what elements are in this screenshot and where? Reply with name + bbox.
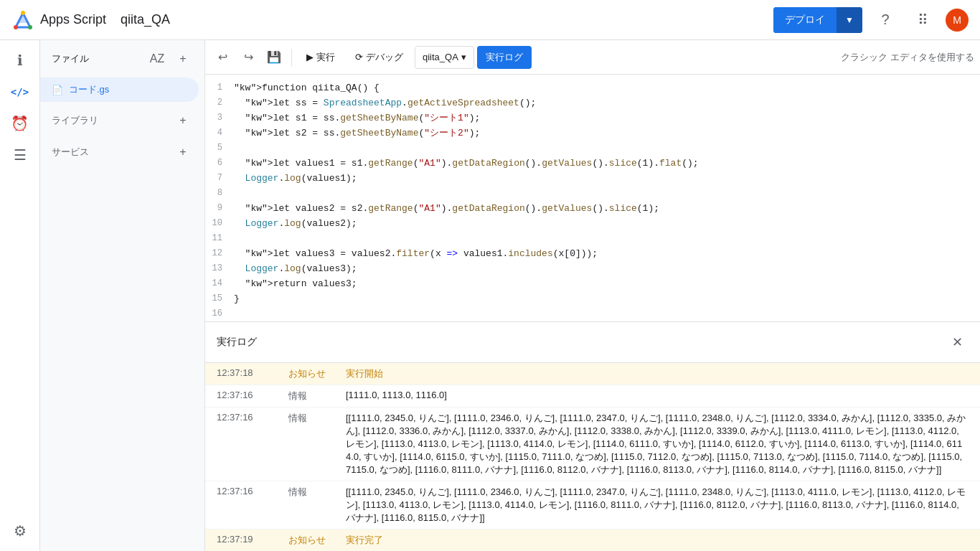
function-name: qiita_QA bbox=[423, 52, 458, 62]
log-table: 12:37:18お知らせ実行開始12:37:16情報[1111.0, 1113.… bbox=[205, 363, 980, 551]
line-number: 4 bbox=[205, 126, 234, 141]
svg-point-4 bbox=[28, 25, 32, 29]
line-content: Logger.log(values2); bbox=[234, 216, 980, 231]
sort-icon: AZ bbox=[150, 52, 164, 65]
file-panel: ファイル AZ + 📄 コード.gs ライブラリ + サービス + bbox=[40, 40, 205, 551]
code-line: 10 Logger.log(values2); bbox=[205, 216, 980, 231]
main-layout: ℹ </> ⏰ ☰ ⚙ ファイル AZ + 📄 コード.gs bbox=[0, 40, 980, 551]
line-content: "kw">let ss = SpreadsheetApp.getActiveSp… bbox=[234, 95, 980, 110]
redo-button[interactable]: ↪ bbox=[237, 46, 260, 69]
log-level: お知らせ bbox=[288, 534, 346, 547]
log-message: 実行開始 bbox=[346, 367, 969, 380]
add-icon: + bbox=[179, 52, 186, 65]
code-line: 2 "kw">let ss = SpreadsheetApp.getActive… bbox=[205, 95, 980, 110]
sidebar-settings-button[interactable]: ⚙ bbox=[6, 517, 34, 545]
line-number: 16 bbox=[205, 306, 234, 321]
line-number: 14 bbox=[205, 276, 234, 291]
debug-icon: ⟳ bbox=[355, 52, 363, 62]
sidebar-overview-button[interactable]: ℹ bbox=[6, 46, 34, 75]
log-message: 実行完了 bbox=[346, 534, 969, 547]
add-library-icon: + bbox=[179, 114, 186, 127]
overview-icon: ℹ bbox=[17, 52, 23, 69]
code-line: 9 "kw">let values2 = s2.getRange("A1").g… bbox=[205, 201, 980, 216]
log-row: 12:37:16情報[[1111.0, 2345.0, りんご], [1111.… bbox=[205, 408, 980, 481]
app-title: Apps Script bbox=[40, 12, 106, 27]
code-line: 6 "kw">let values1 = s1.getRange("A1").g… bbox=[205, 156, 980, 171]
sidebar-executions-button[interactable]: ☰ bbox=[6, 141, 34, 169]
log-level: 情報 bbox=[288, 390, 346, 402]
services-section-header: サービス + bbox=[40, 133, 204, 165]
help-button[interactable]: ? bbox=[871, 6, 900, 34]
apps-button[interactable]: ⠿ bbox=[908, 6, 937, 34]
line-content: "kw">function qiita_QA() { bbox=[234, 80, 980, 95]
log-time: 12:37:16 bbox=[217, 390, 288, 400]
log-time: 12:37:19 bbox=[217, 534, 288, 545]
line-number: 10 bbox=[205, 216, 234, 231]
log-message: [[1111.0, 2345.0, りんご], [1111.0, 2346.0,… bbox=[346, 412, 969, 476]
save-icon: 💾 bbox=[267, 50, 281, 64]
code-editor[interactable]: 1"kw">function qiita_QA() {2 "kw">let ss… bbox=[205, 75, 980, 321]
deploy-dropdown-button[interactable]: ▼ bbox=[837, 7, 862, 33]
help-icon: ? bbox=[881, 11, 889, 28]
sidebar-triggers-button[interactable]: ⏰ bbox=[6, 109, 34, 138]
classic-editor-link[interactable]: クラシック エディタを使用する bbox=[841, 51, 974, 64]
services-label: サービス bbox=[52, 146, 167, 159]
line-number: 9 bbox=[205, 201, 234, 216]
log-time: 12:37:16 bbox=[217, 412, 288, 423]
line-number: 5 bbox=[205, 141, 234, 156]
line-content: "kw">let values2 = s2.getRange("A1").get… bbox=[234, 201, 980, 216]
code-line: 3 "kw">let s1 = ss.getSheetByName("シート1"… bbox=[205, 110, 980, 126]
libraries-label: ライブラリ bbox=[52, 114, 167, 127]
save-button[interactable]: 💾 bbox=[263, 46, 286, 69]
code-line: 8 bbox=[205, 186, 980, 201]
log-level: 情報 bbox=[288, 486, 346, 499]
exec-log-close-button[interactable]: ✕ bbox=[946, 331, 969, 354]
chevron-down-icon: ▾ bbox=[461, 52, 466, 62]
line-content: Logger.log(values3); bbox=[234, 261, 980, 276]
file-icon: 📄 bbox=[52, 85, 63, 95]
code-line: 13 Logger.log(values3); bbox=[205, 261, 980, 276]
log-row: 12:37:19お知らせ実行完了 bbox=[205, 529, 980, 551]
exec-log-header: 実行ログ ✕ bbox=[205, 322, 980, 363]
debug-button[interactable]: ⟳ デバッグ bbox=[347, 46, 412, 69]
logo: Apps Script bbox=[11, 9, 106, 32]
apps-icon: ⠿ bbox=[918, 11, 928, 29]
files-label: ファイル bbox=[52, 52, 141, 65]
line-number: 12 bbox=[205, 246, 234, 261]
run-button[interactable]: ▶ 実行 bbox=[298, 46, 344, 69]
deploy-main-button[interactable]: デプロイ bbox=[773, 7, 837, 33]
function-selector[interactable]: qiita_QA ▾ bbox=[415, 46, 474, 69]
line-content: } bbox=[234, 291, 980, 306]
undo-button[interactable]: ↩ bbox=[211, 46, 234, 69]
log-row: 12:37:16情報[[1111.0, 2345.0, りんご], [1111.… bbox=[205, 481, 980, 529]
line-content: "kw">let values1 = s1.getRange("A1").get… bbox=[234, 156, 980, 171]
triggers-icon: ⏰ bbox=[11, 115, 29, 132]
log-level: お知らせ bbox=[288, 367, 346, 380]
file-item-code-gs[interactable]: 📄 コード.gs bbox=[40, 77, 199, 102]
google-apps-script-logo bbox=[11, 9, 34, 32]
sidebar-editor-button[interactable]: </> bbox=[6, 77, 34, 106]
line-number: 7 bbox=[205, 171, 234, 186]
line-number: 6 bbox=[205, 156, 234, 171]
deploy-button[interactable]: デプロイ ▼ bbox=[773, 7, 862, 33]
add-file-button[interactable]: + bbox=[173, 49, 193, 69]
code-line: 16 bbox=[205, 306, 980, 321]
line-number: 11 bbox=[205, 231, 234, 246]
log-message: [[1111.0, 2345.0, りんご], [1111.0, 2346.0,… bbox=[346, 486, 969, 524]
line-content: "kw">let s2 = ss.getSheetByName("シート2"); bbox=[234, 126, 980, 141]
close-icon: ✕ bbox=[952, 334, 963, 350]
sort-files-button[interactable]: AZ bbox=[147, 49, 167, 69]
svg-point-3 bbox=[14, 25, 18, 29]
add-library-button[interactable]: + bbox=[173, 110, 193, 131]
toolbar-separator-1 bbox=[291, 49, 292, 66]
line-number: 1 bbox=[205, 80, 234, 95]
avatar[interactable]: M bbox=[946, 9, 969, 32]
code-line: 15} bbox=[205, 291, 980, 306]
code-line: 14 "kw">return values3; bbox=[205, 276, 980, 291]
exec-log-button[interactable]: 実行ログ bbox=[477, 46, 532, 69]
undo-icon: ↩ bbox=[218, 50, 227, 64]
code-line: 4 "kw">let s2 = ss.getSheetByName("シート2"… bbox=[205, 126, 980, 141]
editor-icon: </> bbox=[11, 86, 29, 98]
code-line: 5 bbox=[205, 141, 980, 156]
add-service-button[interactable]: + bbox=[173, 142, 193, 162]
